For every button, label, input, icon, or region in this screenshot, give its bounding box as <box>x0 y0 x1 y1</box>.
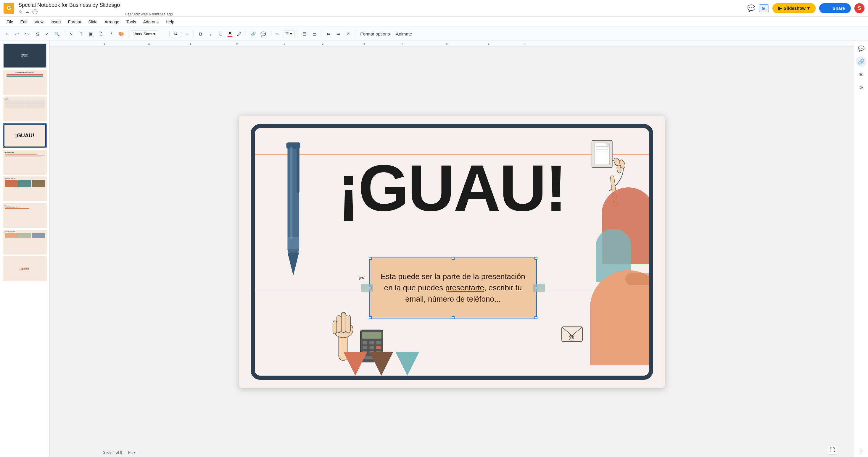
image-tool[interactable]: ▣ <box>87 30 96 38</box>
share-icon: 👤 <box>825 6 831 11</box>
slide-thumb-9[interactable]: PALABRAS ASOMBROSAS <box>3 256 47 281</box>
cursor-tool[interactable]: ↖ <box>67 30 75 38</box>
font-size-input[interactable] <box>169 31 181 37</box>
indent-increase[interactable]: ⇒ <box>334 30 343 38</box>
chevron-icon: ▾ <box>153 32 155 36</box>
star-icon[interactable]: ☆ <box>18 9 23 14</box>
highlight-button[interactable]: 🖊 <box>235 30 244 38</box>
divider-4 <box>246 30 246 38</box>
top-right-actions: 💬 ⊞ ▶ Slideshow ▾ 👤 Share S <box>747 3 864 13</box>
svg-text:7: 7 <box>523 42 525 45</box>
line-tool[interactable]: / <box>107 30 116 38</box>
thumb-content-1: CUADERNO ESPECIAL PARA NEGOCIOS <box>4 44 46 67</box>
slide-canvas[interactable]: ¡GUAU! <box>239 116 665 388</box>
menu-view[interactable]: View <box>32 18 46 26</box>
font-size-increase[interactable]: + <box>182 30 191 38</box>
sticky-note[interactable]: Esta puede ser la parte de la presentaci… <box>370 258 536 317</box>
spellcheck-button[interactable]: ✓ <box>42 30 52 38</box>
thumb-content-4: ¡GUAU! <box>4 124 46 147</box>
menu-addons[interactable]: Add-ons <box>140 18 162 26</box>
slide-thumb-wrapper-6: 6 TRES COLUMNAS <box>1 176 48 201</box>
svg-text:2: 2 <box>322 42 323 45</box>
sidebar-settings-icon[interactable]: ⚙ <box>856 82 867 93</box>
underline-button[interactable]: U <box>216 30 225 38</box>
menu-help[interactable]: Help <box>163 18 177 26</box>
svg-rect-38 <box>376 341 380 344</box>
expand-button[interactable]: ⛶ <box>828 445 837 455</box>
avatar[interactable]: S <box>855 3 864 13</box>
menu-tools[interactable]: Tools <box>123 18 139 26</box>
slide-thumb-8[interactable]: ¡TRES COLUMNAS MÁS! <box>3 230 47 254</box>
list-unordered[interactable]: ≣ <box>310 30 319 38</box>
comment-button[interactable]: 💬 <box>259 30 268 38</box>
slide-thumb-3[interactable]: ÍNDICE <box>3 96 47 121</box>
slide-thumb-wrapper-4: 4 ¡GUAU! <box>1 123 48 148</box>
sidebar-eye-icon[interactable]: 👁 <box>856 69 867 80</box>
slide-thumb-wrapper-7: 7 01 NOMBRE DE LA SECCIÓN <box>1 203 48 228</box>
text-tool[interactable]: T <box>76 30 86 38</box>
paint-tool[interactable]: 🎨 <box>117 30 126 38</box>
font-color-button[interactable]: A <box>226 30 234 37</box>
bold-button[interactable]: B <box>196 30 205 38</box>
list-ordered[interactable]: ☰ <box>300 30 309 38</box>
align-left[interactable]: ≡ <box>273 30 281 38</box>
slide-thumb-wrapper-9: 9 PALABRAS ASOMBROSAS <box>1 256 48 281</box>
history-icon[interactable]: 🕐 <box>32 9 38 14</box>
sidebar-comments-icon[interactable]: 💬 <box>856 43 867 54</box>
slide-thumb-wrapper-5: 5 INTRODUCCIÓN <box>1 150 48 175</box>
zoom-button[interactable]: 🔍 <box>53 30 62 38</box>
align-dropdown[interactable]: ☰▾ <box>283 30 295 37</box>
slide-thumb-7[interactable]: 01 NOMBRE DE LA SECCIÓN <box>3 203 47 228</box>
slide-thumb-6[interactable]: TRES COLUMNAS <box>3 176 47 201</box>
slide-thumb-4[interactable]: ¡GUAU! <box>3 123 47 148</box>
envelope-illustration: @ <box>560 322 584 346</box>
font-family-dropdown[interactable]: Work Sans ▾ <box>131 30 158 37</box>
play-icon: ▶ <box>778 6 782 11</box>
menu-edit[interactable]: Edit <box>18 18 30 26</box>
scissors-icon: ✂ <box>359 273 365 283</box>
format-options-button[interactable]: Format options <box>358 30 392 38</box>
indent-decrease[interactable]: ⇐ <box>324 30 333 38</box>
slide-thumb-2[interactable]: CONTENIDO DE ESTA PLANTILLA <box>3 70 47 95</box>
thumb-content-2: CONTENIDO DE ESTA PLANTILLA <box>4 70 46 94</box>
thumb-content-5: INTRODUCCIÓN <box>4 150 46 174</box>
top-bar: G Special Notebook for Business by Slide… <box>0 0 868 17</box>
sticky-text: Esta puede ser la parte de la presentaci… <box>379 271 527 305</box>
canvas-area[interactable]: -3 -2 -1 0 1 2 3 4 5 6 7 <box>50 41 854 457</box>
svg-rect-16 <box>286 142 300 149</box>
zoom-level[interactable]: Fit ▾ <box>128 450 135 455</box>
menu-arrange[interactable]: Arrange <box>101 18 122 26</box>
italic-button[interactable]: I <box>206 30 215 38</box>
undo-button[interactable]: ↩ <box>12 30 21 38</box>
svg-rect-39 <box>363 346 367 349</box>
svg-rect-33 <box>333 321 337 334</box>
slide-thumb-wrapper-3: 3 ÍNDICE <box>1 96 48 121</box>
menu-insert[interactable]: Insert <box>48 18 64 26</box>
menu-slide[interactable]: Slide <box>85 18 100 26</box>
divider-1 <box>64 30 64 38</box>
menu-format[interactable]: Format <box>65 18 84 26</box>
thumb-content-8: ¡TRES COLUMNAS MÁS! <box>4 230 46 254</box>
slideshow-button[interactable]: ▶ Slideshow ▾ <box>772 3 816 13</box>
link-button[interactable]: 🔗 <box>249 30 257 38</box>
menu-file[interactable]: File <box>4 18 16 26</box>
shapes-tool[interactable]: ⬡ <box>97 30 106 38</box>
sidebar-link-icon[interactable]: 🔗 <box>856 56 867 67</box>
thumb-content-3: ÍNDICE <box>4 97 46 121</box>
add-button[interactable]: + <box>2 30 11 38</box>
animate-button[interactable]: Animate <box>393 30 414 38</box>
comments-button[interactable]: 💬 <box>747 4 755 12</box>
print-button[interactable]: 🖨 <box>33 30 41 38</box>
expand-sidebar-icon[interactable]: + <box>860 448 863 455</box>
slide-thumb-5[interactable]: INTRODUCCIÓN <box>3 150 47 175</box>
font-size-decrease[interactable]: − <box>159 30 168 38</box>
fit-label: Fit <box>128 450 132 455</box>
thumb-content-7: 01 NOMBRE DE LA SECCIÓN <box>4 204 46 227</box>
version-history-button[interactable]: ⊞ <box>759 4 769 12</box>
slide-thumb-1[interactable]: CUADERNO ESPECIAL PARA NEGOCIOS <box>3 43 47 68</box>
redo-button[interactable]: ↪ <box>23 30 31 38</box>
svg-text:-3: -3 <box>103 42 105 45</box>
share-button[interactable]: 👤 Share <box>819 3 851 13</box>
cloud-icon[interactable]: ☁ <box>25 9 30 14</box>
clear-formatting[interactable]: ✕ <box>344 30 353 38</box>
